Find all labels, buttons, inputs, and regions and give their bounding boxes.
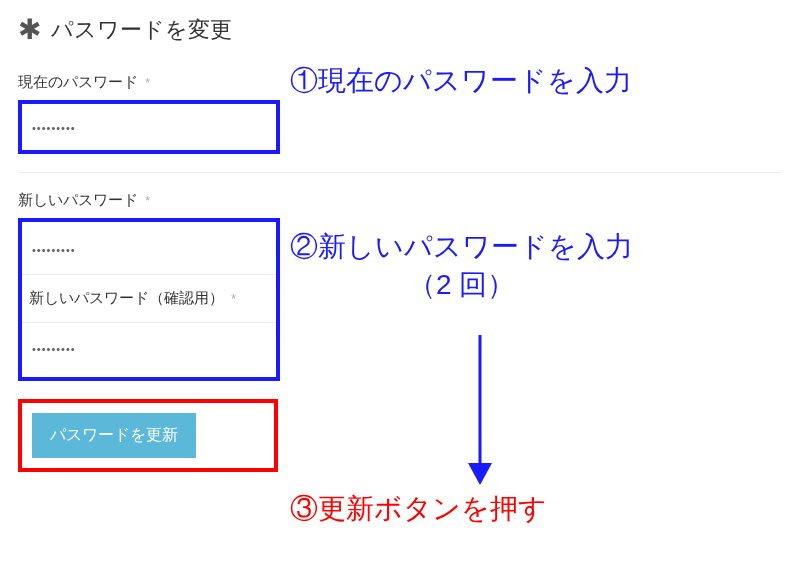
submit-button-highlight: パスワードを更新 bbox=[18, 399, 278, 472]
annotation-step2-line2: （2 回） bbox=[408, 266, 515, 304]
annotation-step2-line1: ②新しいパスワードを入力 bbox=[290, 228, 633, 266]
svg-marker-1 bbox=[468, 463, 492, 485]
annotation-step1: ①現在のパスワードを入力 bbox=[290, 62, 632, 100]
required-mark: * bbox=[145, 194, 150, 208]
new-password-input[interactable] bbox=[32, 244, 266, 256]
arrow-down-icon bbox=[460, 335, 500, 485]
new-password-group-highlight: 新しいパスワード（確認用） * bbox=[18, 218, 280, 381]
required-mark: * bbox=[231, 292, 236, 306]
update-password-button[interactable]: パスワードを更新 bbox=[32, 413, 196, 458]
label-text: 新しいパスワード bbox=[18, 191, 138, 208]
page-header: ✱ パスワードを変更 bbox=[0, 0, 800, 55]
label-text: 現在のパスワード bbox=[18, 73, 138, 90]
current-password-group-highlight bbox=[18, 100, 280, 154]
divider bbox=[18, 172, 782, 173]
new-password-label: 新しいパスワード * bbox=[18, 191, 782, 210]
current-password-input[interactable] bbox=[32, 122, 266, 134]
label-text: 新しいパスワード（確認用） bbox=[29, 289, 224, 306]
asterisk-icon: ✱ bbox=[18, 16, 41, 44]
password-change-form: 現在のパスワード * 新しいパスワード * 新しいパスワード（確認用） * パス… bbox=[0, 73, 800, 472]
annotation-step3: ③更新ボタンを押す bbox=[290, 490, 547, 528]
required-mark: * bbox=[145, 76, 150, 90]
divider bbox=[22, 322, 276, 323]
page-title: パスワードを変更 bbox=[51, 15, 232, 45]
new-password-confirm-label: 新しいパスワード（確認用） * bbox=[29, 289, 266, 308]
new-password-confirm-input[interactable] bbox=[32, 343, 266, 355]
divider bbox=[22, 274, 276, 275]
